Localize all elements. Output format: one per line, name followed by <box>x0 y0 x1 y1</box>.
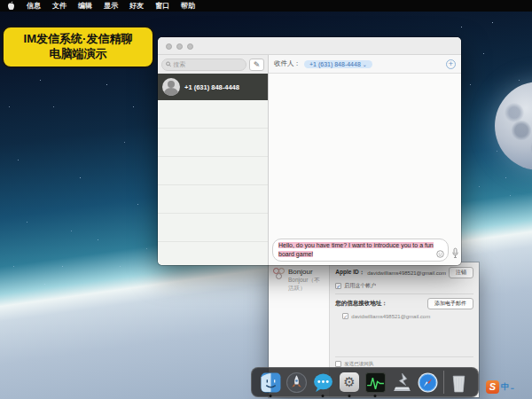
enable-account-checkbox[interactable]: ✓ <box>335 283 341 289</box>
recipient-chip[interactable]: +1 (631) 848-4448⌄ <box>304 60 372 68</box>
running-indicator <box>322 395 325 397</box>
annotation-line2: 电脑端演示 <box>7 47 149 62</box>
microphone-icon[interactable] <box>451 247 459 259</box>
dock-divider <box>443 371 444 394</box>
dock-trash-icon[interactable] <box>448 372 470 394</box>
toolbar: ✎ 收件人： +1 (631) 848-4448⌄ + <box>158 55 461 74</box>
apple-id-label: Apple ID： <box>335 269 364 277</box>
dock-safari-icon[interactable] <box>417 372 439 394</box>
message-transcript: Hello, do you have time? I want to intro… <box>270 74 461 265</box>
account-title: Bonjour <box>288 268 325 276</box>
dock-messages-icon[interactable] <box>312 372 334 394</box>
watermark: S 中 •• <box>486 380 514 394</box>
apple-logo-icon[interactable] <box>7 1 15 11</box>
zoom-button[interactable] <box>187 43 193 50</box>
title-bar[interactable] <box>158 37 461 55</box>
avatar-icon <box>162 78 180 96</box>
conversation-item-selected[interactable]: +1 (631) 848-4448 <box>158 74 268 100</box>
account-item-bonjour[interactable]: Bonjour Bonjour（不活跃） <box>273 268 325 293</box>
conversation-list: +1 (631) 848-4448 <box>158 74 269 265</box>
desktop: 信息 文件 编辑 显示 好友 窗口 帮助 IM发信系统·发信精聊 电脑端演示 B… <box>0 0 532 399</box>
apple-id-value: davidwilliams498521@gmail.com <box>367 270 446 276</box>
dock-finder-icon[interactable] <box>260 372 282 394</box>
close-button[interactable] <box>166 43 172 50</box>
compose-button[interactable]: ✎ <box>249 59 264 71</box>
add-recipient-button[interactable]: + <box>446 59 456 69</box>
menu-item-file[interactable]: 文件 <box>52 0 66 12</box>
minimize-button[interactable] <box>176 43 183 50</box>
menu-item-window[interactable]: 窗口 <box>155 0 169 12</box>
running-indicator <box>374 395 377 397</box>
dock: ⚙ <box>251 367 479 397</box>
dock-launchpad-icon[interactable] <box>286 372 308 394</box>
search-icon <box>166 61 171 67</box>
dock-installer-icon[interactable] <box>391 372 413 394</box>
running-indicator <box>348 395 350 397</box>
conversation-row-empty <box>158 100 268 129</box>
menu-bar: 信息 文件 编辑 显示 好友 窗口 帮助 <box>0 0 532 12</box>
message-input[interactable]: Hello, do you have time? I want to intro… <box>272 239 449 262</box>
divider <box>335 356 473 357</box>
email-checkbox-label: davidwilliams498521@gmail.com <box>351 314 430 319</box>
read-receipts-label: 发送已读回执 <box>344 361 373 367</box>
logout-button[interactable]: 注销 <box>449 267 473 278</box>
conversation-row-empty <box>158 185 268 214</box>
divider <box>335 293 473 294</box>
receive-address-label: 您的信息接收地址： <box>335 300 387 308</box>
menu-item-view[interactable]: 显示 <box>104 0 118 12</box>
emoji-icon[interactable] <box>436 250 444 258</box>
menu-item-messages[interactable]: 信息 <box>27 0 41 12</box>
conversation-row-empty <box>158 214 268 242</box>
menu-item-buddies[interactable]: 好友 <box>129 0 144 12</box>
running-indicator <box>270 395 272 397</box>
dock-activity-monitor-icon[interactable] <box>364 372 387 394</box>
recipient-label: 收件人： <box>274 59 301 68</box>
conversation-title: +1 (631) 848-4448 <box>184 83 239 91</box>
enable-account-label: 启用这个帐户 <box>344 282 376 290</box>
menu-item-help[interactable]: 帮助 <box>181 0 195 12</box>
chevron-down-icon: ⌄ <box>363 62 367 67</box>
email-checkbox[interactable]: ✓ <box>342 313 348 319</box>
bonjour-icon <box>273 268 285 279</box>
conversation-row-empty <box>158 129 268 157</box>
overlay-annotation: IM发信系统·发信精聊 电脑端演示 <box>2 26 154 68</box>
annotation-line1: IM发信系统·发信精聊 <box>7 32 149 47</box>
message-input-text: Hello, do you have time? I want to intro… <box>278 242 434 257</box>
read-receipts-checkbox[interactable] <box>335 361 341 367</box>
messages-window: ✎ 收件人： +1 (631) 848-4448⌄ + +1 (631) 848… <box>158 37 461 265</box>
add-email-button[interactable]: 添加电子邮件 <box>427 298 473 309</box>
conversation-row-empty <box>158 157 268 185</box>
menu-item-edit[interactable]: 编辑 <box>78 0 92 12</box>
dock-system-preferences-icon[interactable]: ⚙ <box>338 372 360 394</box>
account-subtitle: Bonjour（不活跃） <box>288 277 325 293</box>
conversation-row-empty <box>158 242 268 265</box>
watermark-text: 中 <box>501 381 509 393</box>
search-field[interactable] <box>161 59 246 71</box>
gear-icon: ⚙ <box>340 372 359 392</box>
search-input[interactable] <box>173 61 242 67</box>
watermark-logo: S <box>486 380 499 394</box>
